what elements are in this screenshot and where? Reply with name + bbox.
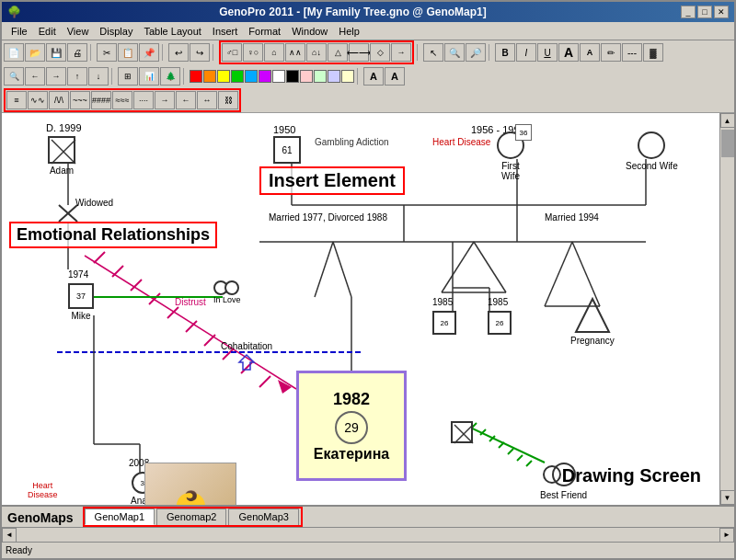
tb-print[interactable]: 🖨 xyxy=(67,43,87,62)
tb-dash[interactable]: --- xyxy=(622,43,642,62)
tb-underline[interactable]: U xyxy=(537,43,558,62)
er-lines[interactable]: ≡ xyxy=(6,91,27,109)
tb-font-small[interactable]: A xyxy=(580,43,600,62)
menu-format[interactable]: Format xyxy=(243,24,286,39)
tb-select[interactable]: ↖ xyxy=(423,43,443,62)
scroll-right-button[interactable]: ► xyxy=(719,528,734,543)
color-pink[interactable] xyxy=(300,70,313,83)
minimize-button[interactable]: _ xyxy=(681,6,696,18)
tb-undo[interactable]: ↩ xyxy=(168,43,189,62)
sep2 xyxy=(162,44,166,61)
tb2-3[interactable]: → xyxy=(46,67,66,86)
color-cream[interactable] xyxy=(341,70,354,83)
scroll-thumb-v[interactable] xyxy=(721,130,734,157)
color-purple[interactable] xyxy=(259,70,271,83)
menu-view[interactable]: View xyxy=(62,24,95,39)
tb2-textB[interactable]: A xyxy=(385,67,405,86)
maximize-button[interactable]: □ xyxy=(697,6,712,18)
tb2-gen[interactable]: ⊞ xyxy=(118,67,138,86)
tb-bond[interactable]: ◇ xyxy=(370,43,390,62)
tb2-tree[interactable]: 🌲 xyxy=(160,67,180,86)
person-adam[interactable]: Adam xyxy=(48,136,75,176)
child-box-1985a[interactable]: 26 xyxy=(432,311,456,335)
mike-age: 37 xyxy=(76,291,86,301)
menu-help[interactable]: Help xyxy=(333,24,365,39)
tb-font-a[interactable]: A xyxy=(558,43,579,62)
er-hash[interactable]: #### xyxy=(91,91,111,109)
er-wave1[interactable]: ∿∿ xyxy=(28,91,48,109)
color-light-green[interactable] xyxy=(314,70,327,83)
tb-arrow[interactable]: → xyxy=(391,43,411,62)
cohabitation-label: Cohabitation xyxy=(221,341,272,351)
tb-paste[interactable]: 📌 xyxy=(139,43,159,62)
tb-redo[interactable]: ↪ xyxy=(190,43,210,62)
deceased-child[interactable] xyxy=(451,421,473,443)
svg-line-30 xyxy=(204,335,215,346)
scroll-up-button[interactable]: ▲ xyxy=(720,113,735,128)
person-second-wife[interactable]: Second Wife xyxy=(626,131,678,171)
tb2-5[interactable]: ↓ xyxy=(88,67,109,86)
tb-fill[interactable]: ▓ xyxy=(643,43,663,62)
er-arrow-r[interactable]: → xyxy=(155,91,175,109)
tb-pen[interactable]: ✏ xyxy=(601,43,621,62)
color-orange[interactable] xyxy=(203,70,216,83)
tb-save[interactable]: 💾 xyxy=(46,43,66,62)
menu-insert[interactable]: Insert xyxy=(207,24,244,39)
tb-female[interactable]: ♀○ xyxy=(243,43,263,62)
tab-genomap2[interactable]: Genomap2 xyxy=(156,509,226,525)
tb2-2[interactable]: ← xyxy=(25,67,45,86)
er-arrow-l[interactable]: ← xyxy=(176,91,196,109)
tb2-1[interactable]: 🔍 xyxy=(4,67,24,86)
close-button[interactable]: ✕ xyxy=(714,6,729,18)
er-arrow-rl[interactable]: ↔ xyxy=(197,91,217,109)
menu-window[interactable]: Window xyxy=(286,24,333,39)
tb-male[interactable]: ♂□ xyxy=(222,43,242,62)
color-red[interactable] xyxy=(190,70,202,83)
person-first-wife[interactable]: 36 FirstWife xyxy=(497,131,524,181)
tb-rel[interactable]: ⟵⟶ xyxy=(349,43,369,62)
color-black[interactable] xyxy=(286,70,299,83)
er-squiggle[interactable]: ~~~ xyxy=(70,91,90,109)
tb-zoom-in[interactable]: 🔍 xyxy=(444,43,465,62)
tb-open[interactable]: 📂 xyxy=(25,43,45,62)
tab-genomap1[interactable]: GenoMap1 xyxy=(85,509,155,525)
er-link[interactable]: ⛓ xyxy=(218,91,238,109)
color-blue[interactable] xyxy=(245,70,258,83)
tb-italic[interactable]: I xyxy=(516,43,536,62)
tb-adoptive[interactable]: ⌂↓ xyxy=(306,43,327,62)
color-lavender[interactable] xyxy=(328,70,340,83)
person-pregnancy[interactable]: Pregnancy xyxy=(570,297,615,346)
color-green[interactable] xyxy=(231,70,244,83)
menu-edit[interactable]: Edit xyxy=(33,24,62,39)
tb2-4[interactable]: ↑ xyxy=(67,67,87,86)
child-box-1985b[interactable]: 26 xyxy=(488,311,512,335)
drawing-canvas[interactable]: Insert Element Emotional Relationships xyxy=(2,113,719,505)
vertical-scrollbar[interactable]: ▲ ▼ xyxy=(719,113,734,505)
tb2-chart[interactable]: 📊 xyxy=(139,67,159,86)
tb-twins[interactable]: ∧∧ xyxy=(285,43,305,62)
er-dots[interactable]: ···· xyxy=(133,91,154,109)
scroll-left-button[interactable]: ◄ xyxy=(2,528,17,543)
tb-bold[interactable]: B xyxy=(495,43,515,62)
tb-new[interactable]: 📄 xyxy=(4,43,24,62)
tb-family[interactable]: ⌂ xyxy=(264,43,284,62)
person-mike[interactable]: 37 Mike xyxy=(68,283,94,321)
color-white[interactable] xyxy=(272,70,285,83)
person-61[interactable]: 61 xyxy=(273,136,301,164)
year-d1999: D. 1999 xyxy=(46,122,82,133)
tb-zoom-out[interactable]: 🔎 xyxy=(466,43,486,62)
er-wave2[interactable]: ≈≈≈ xyxy=(112,91,132,109)
tb-pregnancy[interactable]: △ xyxy=(328,43,348,62)
scroll-down-button[interactable]: ▼ xyxy=(720,490,735,505)
horizontal-scrollbar[interactable]: ◄ ► xyxy=(2,527,734,542)
menu-file[interactable]: File xyxy=(6,24,33,39)
menu-table-layout[interactable]: Table Layout xyxy=(138,24,206,39)
color-yellow[interactable] xyxy=(217,70,230,83)
tb2-text[interactable]: A xyxy=(363,67,384,86)
tb-cut[interactable]: ✂ xyxy=(97,43,117,62)
person-main-ekaterina[interactable]: 1982 29 Екатерина xyxy=(296,371,407,481)
menu-display[interactable]: Display xyxy=(94,24,138,39)
tab-genomap3[interactable]: GenoMap3 xyxy=(228,509,298,525)
tb-copy[interactable]: 📋 xyxy=(118,43,138,62)
er-zigzag[interactable]: /\/\ xyxy=(49,91,69,109)
